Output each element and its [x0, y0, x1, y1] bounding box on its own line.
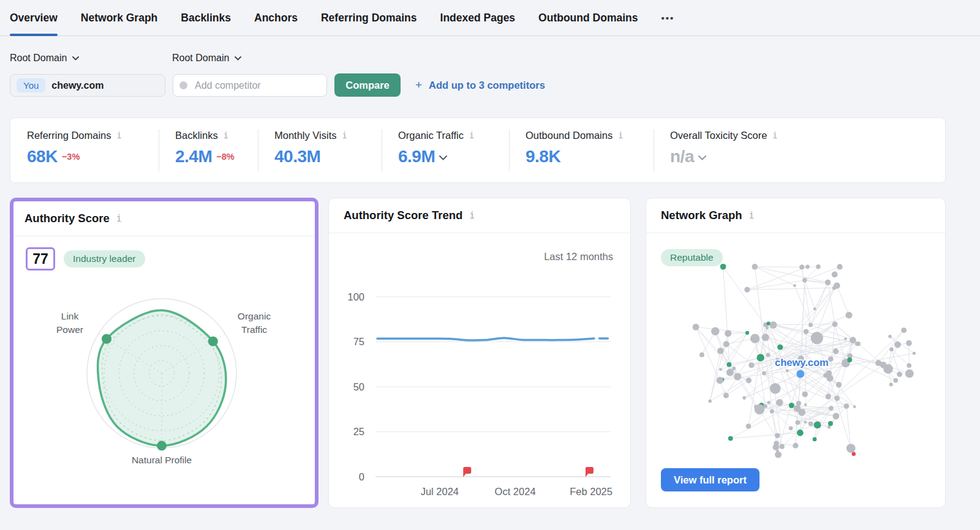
card-title: Network Graph [661, 209, 742, 222]
info-icon[interactable]: i [772, 132, 777, 140]
info-icon[interactable]: i [224, 132, 228, 140]
tab-overview[interactable]: Overview [10, 0, 58, 35]
metric-value: 2.4M [175, 147, 212, 166]
metric-label: Referring Domains [27, 130, 111, 141]
metric-label: Outbound Domains [526, 130, 612, 141]
report-tabs-nav: Overview Network Graph Backlinks Anchors… [0, 0, 980, 36]
metric-label: Organic Traffic [398, 130, 464, 141]
tab-backlinks[interactable]: Backlinks [181, 0, 231, 35]
svg-text:Power: Power [56, 324, 83, 335]
network-graph-card: Network Graph i Reputable chewy.com View… [646, 198, 946, 508]
metric-delta: −8% [216, 152, 234, 162]
you-domain-input[interactable]: You chewy.com [10, 74, 165, 97]
svg-text:Oct 2024: Oct 2024 [495, 486, 536, 497]
add-competitor-field[interactable] [173, 74, 327, 97]
more-tabs-icon[interactable]: ••• [661, 13, 674, 23]
compare-button[interactable]: Compare [334, 73, 401, 97]
metric-value: 68K [27, 147, 58, 166]
add-competitors-label: Add up to 3 competitors [429, 80, 545, 91]
svg-text:Organic: Organic [238, 311, 271, 321]
metric-label: Monthly Visits [274, 130, 336, 141]
metric-value: 40.3M [274, 147, 320, 166]
metric-value: n/a [670, 147, 694, 166]
tab-outbound-domains[interactable]: Outbound Domains [538, 0, 638, 35]
network-graph-chart: chewy.com [646, 233, 945, 507]
authority-score-trend-chart: 0255075100Jul 2024Oct 2024Feb 2025 [329, 233, 630, 507]
tab-referring-domains[interactable]: Referring Domains [321, 0, 417, 35]
competitor-dot-icon [179, 81, 187, 89]
metric-outbound-domains: Outbound Domainsi 9.8K [509, 118, 654, 182]
add-competitor-input[interactable] [194, 80, 312, 92]
authority-score-radar-chart: LinkPowerOrganicTrafficNatural Profile [13, 236, 315, 504]
reputable-badge: Reputable [661, 249, 723, 266]
metric-label: Overall Toxicity Score [670, 130, 767, 141]
tab-indexed-pages[interactable]: Indexed Pages [440, 0, 516, 35]
you-badge: You [17, 78, 45, 92]
metric-monthly-visits: Monthly Visitsi 40.3M [258, 118, 382, 182]
chevron-down-icon[interactable] [439, 155, 447, 160]
chevron-down-icon [235, 56, 241, 61]
authority-score-body: 77 Industry leader LinkPowerOrganicTraff… [13, 236, 315, 504]
info-icon[interactable]: i [117, 132, 122, 140]
metric-backlinks: Backlinksi 2.4M−8% [159, 118, 258, 182]
metric-referring-domains: Referring Domainsi 68K−3% [10, 118, 159, 182]
tab-anchors[interactable]: Anchors [254, 0, 298, 35]
add-competitors-link[interactable]: + Add up to 3 competitors [415, 78, 545, 92]
tab-network-graph[interactable]: Network Graph [81, 0, 157, 35]
authority-score-header: Authority Score i [13, 201, 315, 236]
svg-text:Traffic: Traffic [241, 324, 267, 335]
trend-body: Last 12 months 0255075100Jul 2024Oct 202… [329, 233, 630, 507]
info-icon[interactable]: i [342, 132, 347, 140]
metric-overall-toxicity-score: Overall Toxicity Scorei n/a [654, 118, 945, 182]
authority-score-trend-card: Authority Score Trend i Last 12 months 0… [328, 198, 631, 508]
svg-text:0: 0 [359, 471, 364, 482]
network-header: Network Graph i [646, 198, 945, 233]
network-center-domain-label: chewy.com [775, 357, 829, 368]
info-icon[interactable]: i [116, 214, 122, 223]
svg-text:75: 75 [353, 336, 364, 347]
metrics-summary-bar: Referring Domainsi 68K−3% Backlinksi 2.4… [10, 118, 946, 183]
svg-text:100: 100 [347, 291, 364, 302]
competitor-scope-label: Root Domain [172, 53, 229, 64]
industry-leader-badge: Industry leader [64, 250, 145, 267]
backlink-analytics-page: Overview Network Graph Backlinks Anchors… [0, 0, 980, 530]
svg-text:Link: Link [61, 311, 79, 321]
svg-text:Natural Profile: Natural Profile [132, 455, 192, 465]
info-icon[interactable]: i [469, 132, 474, 140]
metric-label: Backlinks [175, 130, 218, 141]
metric-delta: −3% [62, 152, 80, 162]
you-scope-label: Root Domain [10, 53, 67, 64]
svg-text:50: 50 [353, 381, 364, 392]
chevron-down-icon[interactable] [698, 155, 706, 160]
network-body: Reputable chewy.com View full report [646, 233, 945, 507]
score-row: 77 Industry leader [26, 247, 145, 271]
metric-value: 6.9M [398, 147, 435, 166]
info-icon[interactable]: i [618, 132, 623, 140]
metric-value: 9.8K [526, 147, 560, 166]
svg-text:Feb 2025: Feb 2025 [570, 486, 612, 497]
view-full-report-button[interactable]: View full report [661, 468, 760, 491]
you-scope-select[interactable]: Root Domain [10, 53, 79, 64]
authority-score-card: Authority Score i 77 Industry leader Lin… [10, 198, 318, 508]
authority-score-value: 77 [26, 247, 55, 271]
you-domain-value: chewy.com [51, 80, 104, 91]
competitor-scope-select[interactable]: Root Domain [172, 53, 241, 64]
trend-header: Authority Score Trend i [329, 198, 630, 233]
plus-icon: + [415, 78, 422, 92]
chevron-down-icon [72, 56, 79, 61]
info-icon[interactable]: i [749, 211, 755, 220]
card-title: Authority Score Trend [344, 209, 462, 222]
svg-text:25: 25 [353, 426, 364, 437]
info-icon[interactable]: i [469, 211, 475, 220]
metric-organic-traffic: Organic Traffici 6.9M [382, 118, 509, 182]
svg-text:Jul 2024: Jul 2024 [421, 486, 459, 497]
card-title: Authority Score [24, 212, 110, 225]
